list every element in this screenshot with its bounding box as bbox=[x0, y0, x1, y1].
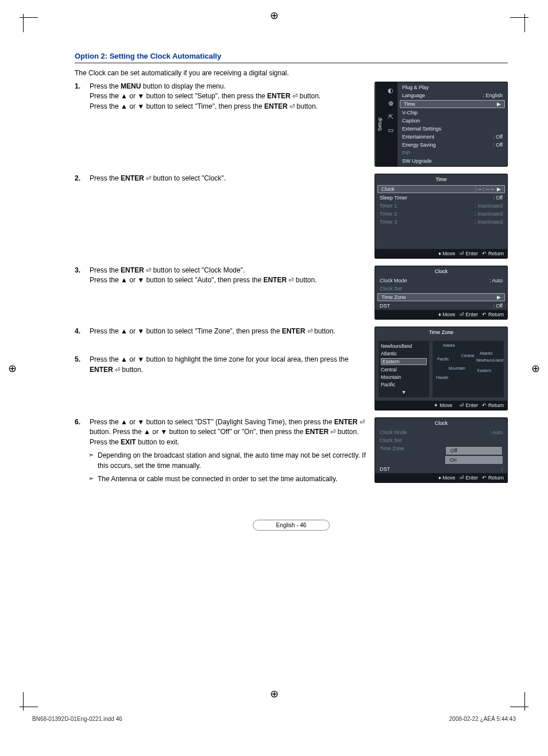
enter-icon: ⏎ bbox=[307, 328, 312, 335]
osd-selected-time: Time▶ bbox=[400, 100, 505, 108]
enter-key: ENTER bbox=[90, 366, 113, 374]
timezone-list: Newfoundland Atlantic Eastern Central Mo… bbox=[379, 341, 429, 397]
osd-footer-hints: ♦ Move ⏎ Enter ↶ Return bbox=[375, 473, 507, 482]
pip-icon: ▭ bbox=[388, 126, 393, 134]
enter-key: ENTER bbox=[334, 418, 358, 426]
enter-icon: ⏎ bbox=[360, 419, 365, 425]
step-6: Press the ▲ or ▼ button to select "DST" … bbox=[75, 417, 370, 484]
enter-key: ENTER bbox=[264, 102, 288, 110]
exit-key: EXIT bbox=[121, 438, 136, 446]
osd-time-panel: Time Clock: -- : -- -- ▶ Sleep Timer: Of… bbox=[375, 174, 508, 259]
menu-key: MENU bbox=[121, 82, 141, 90]
chevron-down-icon: ▼ bbox=[381, 389, 427, 395]
step-2: Press the ENTER ⏎ button to select "Cloc… bbox=[75, 174, 370, 183]
step-1: Press the MENU button to display the men… bbox=[75, 82, 370, 112]
note-1: Depending on the broadcast station and s… bbox=[90, 451, 370, 471]
osd-sidebar-label: Setup bbox=[375, 82, 384, 166]
settings-icon: ❁ bbox=[388, 100, 393, 108]
chevron-right-icon: ▶ bbox=[497, 186, 501, 192]
note-2: The Antenna or cable must be connected i… bbox=[90, 474, 370, 484]
enter-icon: ⏎ bbox=[292, 93, 298, 99]
osd-selected-timezone: Time Zone▶ bbox=[377, 293, 505, 301]
enter-key: ENTER bbox=[263, 276, 287, 284]
picture-icon: ◐ bbox=[388, 87, 393, 94]
step-5: Press the ▲ or ▼ button to highlight the… bbox=[75, 355, 370, 375]
enter-key: ENTER bbox=[121, 174, 144, 182]
enter-icon: ⏎ bbox=[146, 267, 151, 274]
osd-footer-hints: ✦ Move ⏎ Enter ↶ Return bbox=[375, 401, 507, 410]
osd-dst-panel: Clock Clock Mode: Auto Clock Set Time Zo… bbox=[375, 417, 508, 483]
intro-text: The Clock can be set automatically if yo… bbox=[75, 69, 508, 77]
page-number: English - 46 bbox=[253, 520, 330, 531]
enter-icon: ⏎ bbox=[115, 366, 120, 373]
osd-timezone-panel: Time Zone Newfoundland Atlantic Eastern … bbox=[375, 327, 508, 410]
osd-sidebar-icons: ◐ ❁ ⇱ ▭ bbox=[384, 82, 398, 166]
step-4: Press the ▲ or ▼ button to select "Time … bbox=[75, 327, 370, 336]
chevron-right-icon: ▶ bbox=[497, 294, 501, 300]
osd-footer-hints: ♦ Move ⏎ Enter ↶ Return bbox=[375, 310, 507, 319]
osd-selected-clock: Clock: -- : -- -- ▶ bbox=[377, 185, 505, 193]
section-heading: Option 2: Setting the Clock Automaticall… bbox=[75, 52, 508, 63]
dst-option-on: On bbox=[445, 456, 503, 464]
osd-clock-panel: Clock Clock Mode: Auto Clock Set Time Zo… bbox=[375, 266, 508, 320]
timezone-map: Alaska Pacific Mountain Central Eastern … bbox=[433, 341, 504, 397]
enter-key: ENTER bbox=[121, 266, 144, 274]
timezone-selected: Eastern bbox=[381, 358, 427, 365]
footer-timestamp: 2008-02-22 ¿ÀÈÄ 5:44:43 bbox=[449, 716, 516, 722]
enter-icon: ⏎ bbox=[146, 175, 151, 182]
enter-key: ENTER bbox=[267, 92, 291, 100]
chevron-right-icon: ▶ bbox=[497, 101, 501, 107]
input-icon: ⇱ bbox=[388, 113, 393, 121]
enter-key: ENTER bbox=[282, 327, 306, 335]
osd-setup-panel: Setup ◐ ❁ ⇱ ▭ Plug & Play Language: Engl… bbox=[375, 82, 508, 167]
osd-footer-hints: ♦ Move ⏎ Enter ↶ Return bbox=[375, 249, 507, 258]
enter-key: ENTER bbox=[305, 428, 329, 436]
enter-icon: ⏎ bbox=[290, 103, 295, 110]
step-3: Press the ENTER ⏎ button to select "Cloc… bbox=[75, 266, 370, 286]
dst-option-off: Off bbox=[445, 446, 503, 455]
footer-filename: BN68-01392D-01Eng-0221.indd 46 bbox=[32, 716, 122, 722]
